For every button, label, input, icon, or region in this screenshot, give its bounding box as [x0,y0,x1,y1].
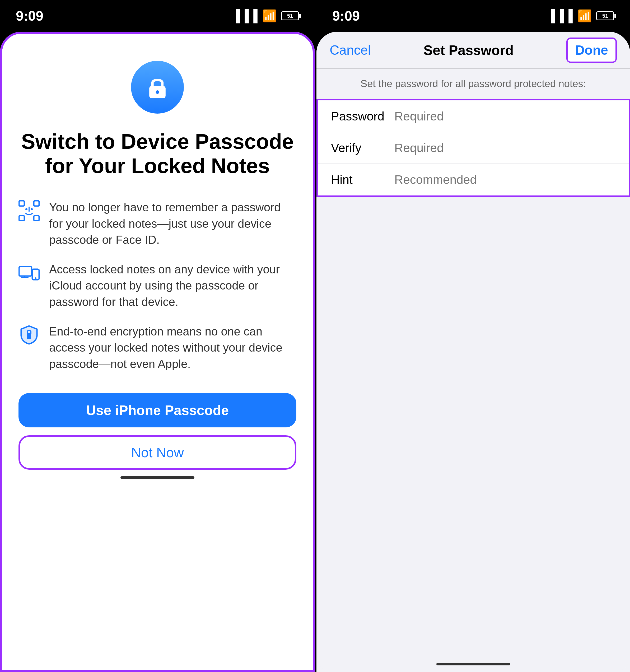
verify-row: Verify [318,132,629,164]
right-battery-icon: 51 [596,11,614,20]
right-time: 9:09 [332,8,360,24]
main-title: Switch to Device Passcode for Your Locke… [19,129,296,178]
lock-icon [143,73,172,102]
svg-rect-9 [19,266,32,276]
right-status-bar: 9:09 ▐▐▐ 📶 51 [316,0,630,32]
password-input[interactable] [389,109,615,123]
cancel-button[interactable]: Cancel [330,43,371,58]
feature-text-devices: Access locked notes on any device with y… [49,261,296,310]
svg-point-7 [31,208,33,210]
svg-point-6 [25,208,27,210]
left-phone: 9:09 ▐▐▐ 📶 51 Switch to Device Passcode … [0,0,315,672]
battery-label: 51 [287,13,293,19]
right-content-area [316,197,630,656]
right-phone: 9:09 ▐▐▐ 📶 51 Cancel Set Password Done S… [316,0,630,672]
use-iphone-passcode-button[interactable]: Use iPhone Passcode [19,393,296,427]
battery-icon: 51 [281,11,299,20]
wifi-icon: 📶 [262,9,277,23]
svg-rect-3 [34,201,39,206]
done-button[interactable]: Done [566,38,617,63]
svg-rect-14 [27,333,31,339]
feature-item-faceid: You no longer have to remember a passwor… [19,199,296,248]
feature-list: You no longer have to remember a passwor… [19,199,296,372]
right-status-right: ▐▐▐ 📶 51 [547,9,614,23]
left-home-indicator [120,470,194,485]
feature-item-shield: End-to-end encryption means no one can a… [19,323,296,372]
left-status-bar: 9:09 ▐▐▐ 📶 51 [0,0,315,32]
hint-input[interactable] [389,172,615,187]
svg-point-13 [35,278,37,279]
right-screen: Cancel Set Password Done Set the passwor… [316,32,630,672]
hint-row: Hint [318,164,629,195]
devices-icon [19,262,40,283]
svg-rect-5 [34,216,39,221]
left-status-right: ▐▐▐ 📶 51 [232,9,299,23]
right-home-bar [436,663,510,665]
right-home-indicator [316,656,630,672]
lock-icon-circle [131,61,184,114]
svg-rect-4 [19,216,24,221]
not-now-button[interactable]: Not Now [19,435,296,470]
shield-icon [19,325,40,345]
set-password-subtitle: Set the password for all password protec… [316,69,630,99]
nav-title: Set Password [423,42,513,58]
verify-label: Verify [331,141,389,155]
svg-point-1 [155,90,159,94]
left-screen: Switch to Device Passcode for Your Locke… [0,32,315,672]
nav-bar: Cancel Set Password Done [316,32,630,69]
right-wifi-icon: 📶 [577,9,592,23]
signal-icon: ▐▐▐ [232,9,258,22]
right-battery-label: 51 [602,13,608,19]
feature-item-devices: Access locked notes on any device with y… [19,261,296,310]
password-form: Password Verify Hint [316,99,630,197]
hint-label: Hint [331,172,389,187]
left-home-bar [120,476,194,479]
right-signal-icon: ▐▐▐ [547,9,573,22]
svg-rect-2 [19,201,24,206]
feature-text-faceid: You no longer have to remember a passwor… [49,199,296,248]
verify-input[interactable] [389,141,615,155]
password-row: Password [318,100,629,132]
feature-text-shield: End-to-end encryption means no one can a… [49,323,296,372]
face-id-icon [19,200,40,221]
password-label: Password [331,109,389,123]
left-time: 9:09 [16,8,43,24]
